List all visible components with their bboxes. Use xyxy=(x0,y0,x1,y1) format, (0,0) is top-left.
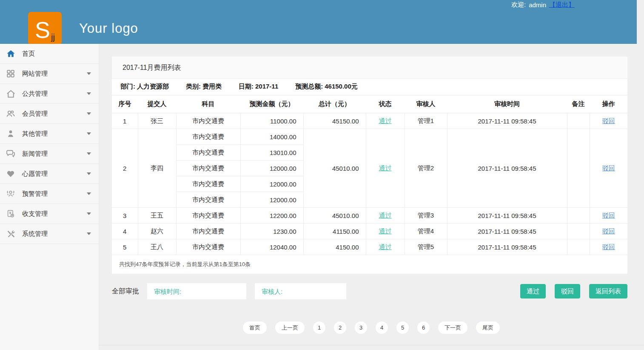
reject-link[interactable]: 驳回 xyxy=(602,243,615,250)
grid-icon xyxy=(6,69,16,79)
cell-seq: 4 xyxy=(112,224,138,239)
sidebar-item-grid[interactable]: 网站管理 xyxy=(0,64,99,84)
pagination-page-6[interactable]: 6 xyxy=(417,321,430,334)
pagination-page-1[interactable]: 1 xyxy=(313,321,325,334)
cell-review-time: 2017-11-11 09:58:45 xyxy=(447,224,567,239)
reject-link[interactable]: 驳回 xyxy=(602,164,615,172)
receipt-icon: ¥ xyxy=(6,209,16,219)
cell-total: 45150.00 xyxy=(303,113,366,129)
column-header: 备注 xyxy=(567,95,590,113)
sidebar-item-alert[interactable]: 预警管理 xyxy=(0,184,99,204)
cell-review-time: 2017-11-11 09:58:45 xyxy=(447,239,567,255)
table-body: 1张三市内交通费11000.0045150.00通过管理12017-11-11 … xyxy=(112,113,627,255)
expense-panel: 2017-11月费用列表 部门:人力资源部类别:费用类日期:2017-11预测总… xyxy=(112,57,627,274)
chevron-down-icon xyxy=(87,112,91,115)
filter-item: 日期:2017-11 xyxy=(239,83,280,91)
chevron-down-icon xyxy=(87,172,91,175)
filter-label: 日期: xyxy=(239,83,254,90)
reject-button[interactable]: 驳回 xyxy=(555,284,580,298)
logo-badge-sub: jj xyxy=(51,33,55,41)
reviewer-input[interactable] xyxy=(255,283,346,299)
sidebar-item-label: 收支管理 xyxy=(22,210,87,218)
sidebar-item-chat[interactable]: 新闻管理 xyxy=(0,144,99,164)
welcome-bar: 欢迎: admin 【退出】 xyxy=(511,1,575,9)
table-row: 1张三市内交通费11000.0045150.00通过管理12017-11-11 … xyxy=(112,113,627,129)
filter-item: 类别:费用类 xyxy=(186,83,223,91)
cell-subject: 市内交通费 xyxy=(176,192,240,208)
column-header: 科目 xyxy=(176,95,240,113)
back-to-list-button[interactable]: 返回列表 xyxy=(589,284,627,298)
cell-seq: 3 xyxy=(112,208,138,224)
cell-reviewer: 管理3 xyxy=(405,208,447,224)
filter-label: 部门: xyxy=(120,83,135,90)
sidebar-item-users[interactable]: 会员管理 xyxy=(0,104,99,124)
cell-remark xyxy=(567,239,590,255)
pagination-page-5[interactable]: 5 xyxy=(396,321,409,334)
cell-review-time: 2017-11-11 09:58:45 xyxy=(447,113,567,129)
pagination-last[interactable]: 尾页 xyxy=(476,321,500,334)
cell-subject: 市内交通费 xyxy=(176,239,240,255)
status-pass-link[interactable]: 通过 xyxy=(379,164,392,172)
status-pass-link[interactable]: 通过 xyxy=(379,227,392,235)
chevron-down-icon xyxy=(87,232,91,235)
sidebar-item-heart[interactable]: 心愿管理 xyxy=(0,164,99,184)
tools-icon xyxy=(6,229,16,239)
chevron-down-icon xyxy=(87,72,91,75)
table-row: 2李四市内交通费14000.0045010.00通过管理22017-11-11 … xyxy=(112,129,627,145)
sidebar-item-home-outline[interactable]: 公共管理 xyxy=(0,84,99,104)
review-time-input[interactable] xyxy=(147,283,246,299)
reject-link[interactable]: 驳回 xyxy=(602,227,615,235)
sidebar-item-receipt[interactable]: ¥收支管理 xyxy=(0,204,99,224)
cell-reviewer: 管理4 xyxy=(405,224,447,239)
pass-button[interactable]: 通过 xyxy=(520,284,546,298)
cell-remark xyxy=(567,129,590,208)
home-icon xyxy=(6,49,16,59)
sidebar: 首页网站管理公共管理会员管理其他管理新闻管理心愿管理预警管理¥收支管理系统管理 xyxy=(0,44,99,350)
cell-submitter: 王八 xyxy=(138,239,176,255)
reject-link[interactable]: 驳回 xyxy=(602,212,615,219)
cell-action: 驳回 xyxy=(590,113,627,129)
column-header: 操作 xyxy=(590,95,627,113)
sidebar-item-home[interactable]: 首页 xyxy=(0,44,99,64)
cell-total: 45010.00 xyxy=(303,129,366,208)
filter-item: 预测总额:46150.00元 xyxy=(295,83,359,91)
status-pass-link[interactable]: 通过 xyxy=(379,212,392,219)
table-header-row: 序号提交人科目预测金额（元）总计（元）状态审核人审核时间备注操作 xyxy=(112,95,627,113)
chat-icon xyxy=(6,149,16,159)
cell-subject: 市内交通费 xyxy=(176,176,240,192)
cell-seq: 2 xyxy=(112,129,138,208)
cell-subject: 市内交通费 xyxy=(176,113,240,129)
cell-status: 通过 xyxy=(366,224,405,239)
sidebar-item-label: 新闻管理 xyxy=(22,150,87,158)
pagination-next[interactable]: 下一页 xyxy=(438,321,467,334)
status-pass-link[interactable]: 通过 xyxy=(379,243,392,250)
table-row: 4赵六市内交通费1230.0041150.00通过管理42017-11-11 0… xyxy=(112,224,627,239)
sidebar-item-label: 心愿管理 xyxy=(22,170,87,178)
status-pass-link[interactable]: 通过 xyxy=(379,117,392,124)
pagination-page-2[interactable]: 2 xyxy=(334,321,346,334)
pagination-page-3[interactable]: 3 xyxy=(355,321,367,334)
cell-subject: 市内交通费 xyxy=(176,129,240,145)
user-icon xyxy=(6,129,16,139)
sidebar-item-tools[interactable]: 系统管理 xyxy=(0,224,99,244)
cell-subject: 市内交通费 xyxy=(176,208,240,224)
logout-link[interactable]: 【退出】 xyxy=(549,1,575,9)
pagination-prev[interactable]: 上一页 xyxy=(275,321,305,334)
table-row: 5王八市内交通费12040.004150.00通过管理52017-11-11 0… xyxy=(112,239,627,255)
table-row: 3王五市内交通费12200.0045010.00通过管理32017-11-11 … xyxy=(112,208,627,224)
cell-reviewer: 管理5 xyxy=(405,239,447,255)
welcome-label: 欢迎: xyxy=(511,1,526,9)
cell-total: 4150.00 xyxy=(303,239,366,255)
pagination-first[interactable]: 首页 xyxy=(243,321,267,334)
sidebar-item-user[interactable]: 其他管理 xyxy=(0,124,99,144)
pagination-page-4[interactable]: 4 xyxy=(376,321,388,334)
column-header: 总计（元） xyxy=(303,95,366,113)
footer-divider xyxy=(99,345,644,345)
cell-amount: 14000.00 xyxy=(240,129,303,145)
cell-amount: 12000.00 xyxy=(240,161,303,176)
sidebar-item-label: 系统管理 xyxy=(22,230,87,238)
reject-link[interactable]: 驳回 xyxy=(602,117,615,124)
alert-icon xyxy=(6,189,16,199)
column-header: 审核人 xyxy=(405,95,447,113)
cell-status: 通过 xyxy=(366,239,405,255)
